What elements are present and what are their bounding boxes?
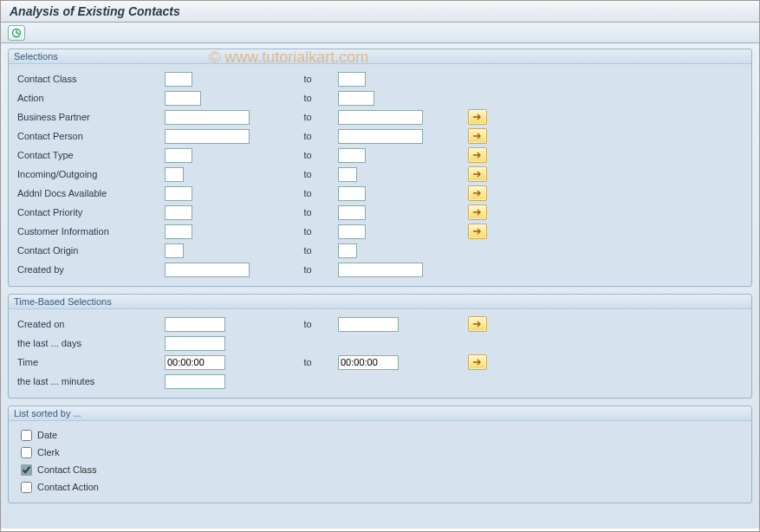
selections-label: Action xyxy=(17,93,165,103)
selections-label: Contact Person xyxy=(17,131,165,141)
selections-from-input[interactable] xyxy=(165,243,184,258)
time-selections-group-title: Time-Based Selections xyxy=(9,295,751,309)
selections-row: Incoming/Outgoingto xyxy=(17,165,743,184)
selections-to-input[interactable] xyxy=(338,263,423,277)
to-label: to xyxy=(277,188,338,198)
time_selections-row: the last ... minutes xyxy=(17,372,743,391)
to-label: to xyxy=(277,207,338,217)
selections-label: Customer Information xyxy=(17,226,165,237)
time-selections-body: Created ontothe last ... daysTimetothe l… xyxy=(9,309,751,398)
sort-option-row: Clerk xyxy=(17,444,743,461)
selections-to-input[interactable] xyxy=(338,167,357,182)
selections-from-input[interactable] xyxy=(165,167,184,182)
multiple-selection-button[interactable] xyxy=(468,224,487,239)
selections-row: Contact Typeto xyxy=(17,146,743,165)
selections-label: Contact Priority xyxy=(17,207,165,217)
selections-label: Addnl Docs Available xyxy=(17,188,165,198)
selections-row: Contact Priorityto xyxy=(17,203,743,222)
selections-row: Created byto xyxy=(17,260,743,279)
selections-from-input[interactable] xyxy=(165,148,192,163)
selections-to-input[interactable] xyxy=(338,205,366,220)
multiple-selection-button[interactable] xyxy=(468,185,487,201)
page-title-bar: Analysis of Existing Contacts xyxy=(1,1,759,23)
time_selections-label: Created on xyxy=(17,319,165,329)
time_selections-from-input[interactable] xyxy=(165,317,225,332)
multiple-selection-button[interactable] xyxy=(468,128,487,144)
multiple-selection-button[interactable] xyxy=(468,109,487,125)
selections-from-input[interactable] xyxy=(165,186,192,201)
arrow-right-icon xyxy=(472,151,483,159)
sort-option-label: Date xyxy=(37,430,57,440)
arrow-right-icon xyxy=(472,320,483,328)
to-label: to xyxy=(277,264,338,275)
sort-option-row: Contact Class xyxy=(17,461,743,478)
sort-option-checkbox[interactable] xyxy=(21,430,32,441)
selections-to-input[interactable] xyxy=(338,186,366,201)
page-title: Analysis of Existing Contacts xyxy=(10,4,180,18)
multiple-selection-button[interactable] xyxy=(468,147,487,163)
time_selections-from-input[interactable] xyxy=(165,336,225,351)
multiple-selection-button[interactable] xyxy=(468,354,487,370)
arrow-right-icon xyxy=(472,208,483,217)
selections-from-input[interactable] xyxy=(165,91,201,106)
selections-row: Contact Originto xyxy=(17,241,743,260)
sort-option-checkbox[interactable] xyxy=(21,464,32,476)
arrow-right-icon xyxy=(472,170,483,178)
selections-from-input[interactable] xyxy=(165,224,192,239)
selections-to-input[interactable] xyxy=(338,110,423,125)
to-label: to xyxy=(277,150,338,160)
selections-label: Business Partner xyxy=(17,112,165,122)
sort-group-title: List sorted by ... xyxy=(9,406,751,421)
multiple-selection-button[interactable] xyxy=(468,166,487,182)
sort-group: List sorted by ... DateClerkContact Clas… xyxy=(8,405,752,503)
selections-label: Contact Origin xyxy=(17,245,165,256)
selections-row: Contact Classto xyxy=(17,69,743,88)
sort-option-checkbox[interactable] xyxy=(21,482,32,493)
selections-label: Contact Class xyxy=(17,74,165,84)
sort-body: DateClerkContact ClassContact Action xyxy=(9,421,751,503)
multiple-selection-button[interactable] xyxy=(468,316,487,332)
selections-label: Created by xyxy=(17,264,165,275)
time_selections-row: the last ... days xyxy=(17,334,743,353)
sort-option-row: Date xyxy=(17,426,743,444)
selections-row: Addnl Docs Availableto xyxy=(17,184,743,203)
to-label: to xyxy=(277,245,338,256)
selections-row: Business Partnerto xyxy=(17,107,743,127)
selections-from-input[interactable] xyxy=(165,129,250,144)
selections-to-input[interactable] xyxy=(338,148,366,163)
time_selections-from-input[interactable] xyxy=(165,355,225,370)
time_selections-row: Created onto xyxy=(17,315,743,334)
time_selections-to-input[interactable] xyxy=(338,317,399,332)
selections-from-input[interactable] xyxy=(165,205,192,220)
selections-row: Customer Informationto xyxy=(17,222,743,241)
svg-line-2 xyxy=(16,33,19,34)
arrow-right-icon xyxy=(472,227,483,236)
selections-from-input[interactable] xyxy=(165,263,250,277)
selections-label: Incoming/Outgoing xyxy=(17,169,165,179)
selections-from-input[interactable] xyxy=(165,110,250,125)
time_selections-label: Time xyxy=(17,357,165,367)
time_selections-label: the last ... days xyxy=(17,338,165,348)
sort-option-label: Contact Class xyxy=(37,464,96,475)
sort-option-checkbox[interactable] xyxy=(21,447,32,458)
selections-to-input[interactable] xyxy=(338,72,366,87)
execute-icon xyxy=(11,28,22,38)
to-label: to xyxy=(277,169,338,179)
app-toolbar: © www.tutorialkart.com xyxy=(1,23,759,43)
to-label: to xyxy=(277,74,338,84)
time_selections-from-input[interactable] xyxy=(165,374,225,389)
selections-to-input[interactable] xyxy=(338,91,374,106)
selections-row: Contact Personto xyxy=(17,127,743,146)
selections-to-input[interactable] xyxy=(338,224,366,239)
selections-to-input[interactable] xyxy=(338,243,357,258)
selections-to-input[interactable] xyxy=(338,129,423,144)
execute-button[interactable] xyxy=(8,25,25,41)
time_selections-row: Timeto xyxy=(17,353,743,372)
arrow-right-icon xyxy=(472,189,483,198)
arrow-right-icon xyxy=(472,358,483,367)
multiple-selection-button[interactable] xyxy=(468,204,487,220)
sort-option-label: Contact Action xyxy=(37,482,99,492)
selections-group: Selections Contact ClasstoActiontoBusine… xyxy=(8,49,752,287)
time_selections-to-input[interactable] xyxy=(338,355,399,370)
selections-from-input[interactable] xyxy=(165,72,192,87)
